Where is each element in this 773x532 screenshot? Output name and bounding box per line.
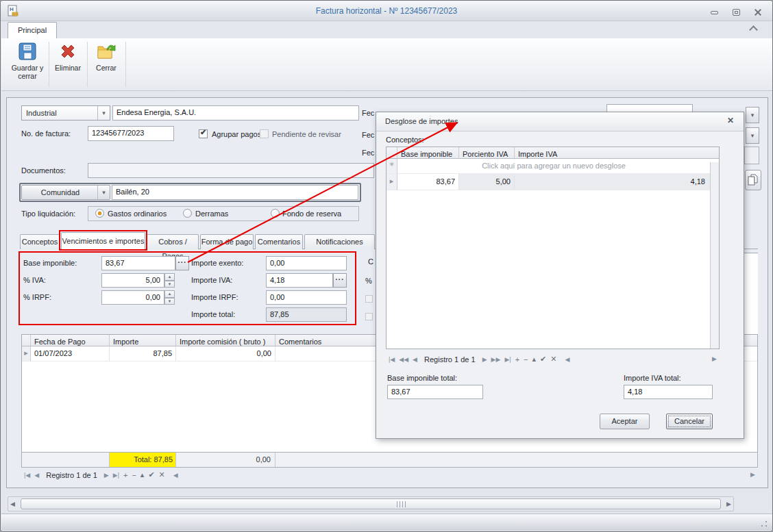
cell-importe-iva[interactable]: 4,18	[515, 174, 710, 190]
accept-button[interactable]: Aceptar	[600, 414, 650, 429]
nav-prev-icon[interactable]: ◀	[413, 356, 417, 363]
new-row-text[interactable]: Click aquí para agregar un nuevo desglos…	[397, 159, 710, 174]
iva-total-field[interactable]: 4,18	[624, 385, 713, 399]
cell-porciento[interactable]: 5,00	[459, 174, 515, 190]
cell-fecha[interactable]: 01/07/2023	[31, 346, 110, 362]
agrupar-pagos-checkbox[interactable]: ✔	[199, 129, 208, 138]
close-form-button[interactable]: Cerrar	[90, 40, 123, 88]
doc-type-combo[interactable]: Industrial ▾	[21, 105, 110, 121]
nav-remove-icon[interactable]: −	[524, 355, 528, 364]
copy-button[interactable]	[745, 170, 761, 190]
nav-cancel-icon[interactable]: ✕	[550, 355, 556, 364]
nav-scroll-right-icon[interactable]: ▶	[712, 355, 717, 362]
resize-grip-icon[interactable]	[761, 520, 768, 527]
invoice-no-field[interactable]: 12345677/2023	[88, 126, 174, 141]
tab-notificaciones[interactable]: Notificaciones	[304, 234, 375, 249]
entity-value-field[interactable]: Bailén, 20	[112, 185, 358, 200]
base-total-field[interactable]: 83,67	[387, 385, 483, 399]
iva-pct-field[interactable]: 5,00	[101, 273, 164, 288]
tab-conceptos[interactable]: Conceptos	[20, 234, 60, 249]
chevron-down-icon[interactable]: ▾	[97, 186, 110, 199]
nav-commit-icon[interactable]: ✔	[148, 470, 154, 479]
col-header-porciento[interactable]: Porciento IVA	[459, 147, 515, 159]
col-header-importe-iva[interactable]: Importe IVA	[515, 147, 719, 159]
nav-scroll-left-icon[interactable]: ◀	[565, 356, 570, 363]
cell-comision[interactable]: 0,00	[176, 346, 275, 362]
spin-up-icon[interactable]: ▴	[164, 273, 175, 281]
desglose-new-row[interactable]: ✳ Click aquí para agregar un nuevo desgl…	[386, 159, 710, 174]
radio-gastos-label[interactable]: Gastos ordinarios	[108, 210, 167, 218]
col-header-fecha[interactable]: Fecha de Pago	[31, 335, 110, 346]
nav-next-icon[interactable]: ▶	[482, 356, 487, 363]
radio-gastos-ordinarios[interactable]	[95, 209, 104, 218]
nav-commit-icon[interactable]: ✔	[540, 355, 546, 364]
nav-edit-icon[interactable]: ▴	[140, 470, 145, 479]
delete-button[interactable]: Eliminar	[51, 40, 84, 88]
tab-cobros-pagos[interactable]: Cobros / Pagos	[147, 234, 199, 249]
pendiente-revisar-checkbox[interactable]	[260, 129, 269, 138]
nav-prev-icon[interactable]: ◀	[34, 472, 39, 479]
irpf-pct-spinner[interactable]: ▴ ▾	[164, 290, 175, 305]
dialog-title-bar[interactable]: Desglose de importes ✕	[376, 112, 744, 131]
radio-derramas-label[interactable]: Derramas	[195, 210, 228, 218]
date-dropdown-button[interactable]: ▾	[746, 127, 759, 144]
importe-irpf-field[interactable]: 0,00	[266, 290, 347, 305]
spin-up-icon[interactable]: ▴	[164, 290, 175, 298]
tab-forma-pago[interactable]: Forma de pago	[200, 234, 254, 249]
entity-type-combo[interactable]: Comunidad ▾	[21, 185, 110, 200]
col-header-base[interactable]: Base imponible	[397, 147, 459, 159]
radio-fondo-label[interactable]: Fondo de reserva	[282, 210, 341, 218]
nav-last-icon[interactable]: ▶|	[113, 472, 119, 479]
scrollbar-left-arrow-icon[interactable]: ◀	[10, 501, 15, 507]
horizontal-scrollbar[interactable]: ◀ ▶	[8, 496, 734, 511]
pendiente-revisar-label[interactable]: Pendiente de revisar	[272, 130, 341, 138]
col-header-comision[interactable]: Importe comisión ( bruto )	[176, 335, 275, 346]
cancel-button[interactable]: Cancelar	[666, 414, 713, 429]
irpf-pct-field[interactable]: 0,00	[101, 290, 164, 305]
nav-prev-page-icon[interactable]: ◀◀	[399, 356, 408, 363]
agrupar-pagos-label[interactable]: Agrupar pagos	[212, 130, 261, 138]
scrollbar-right-arrow-icon[interactable]: ▶	[726, 501, 731, 507]
close-button[interactable]	[749, 7, 767, 18]
spin-down-icon[interactable]: ▾	[164, 281, 175, 288]
clipped-checkbox[interactable]	[365, 295, 373, 303]
nav-first-icon[interactable]: |◀	[24, 472, 30, 479]
importe-exento-field[interactable]: 0,00	[266, 256, 347, 270]
desglose-row[interactable]: ▸ 83,67 5,00 4,18	[386, 174, 710, 190]
nav-next-icon[interactable]: ▶	[104, 472, 109, 479]
nav-next-page-icon[interactable]: ▶▶	[491, 356, 501, 363]
grid-vertical-scrollbar[interactable]	[710, 162, 719, 349]
base-imponible-field[interactable]: 83,67	[101, 256, 175, 270]
supplier-field[interactable]: Endesa Energia, S.A.U.	[112, 105, 359, 121]
radio-fondo-reserva[interactable]	[271, 209, 280, 218]
ribbon-collapse-button[interactable]	[750, 27, 757, 33]
save-and-close-button[interactable]: Guardar y cerrar	[9, 40, 46, 88]
nav-add-icon[interactable]: +	[123, 471, 127, 479]
scrollbar-thumb[interactable]	[21, 498, 721, 509]
nav-first-icon[interactable]: |◀	[389, 356, 395, 363]
iva-pct-spinner[interactable]: ▴ ▾	[164, 273, 175, 288]
nav-cancel-icon[interactable]: ✕	[159, 470, 165, 479]
base-imponible-ellipsis-button[interactable]: ···	[175, 256, 189, 270]
spin-down-icon[interactable]: ▾	[164, 298, 175, 305]
date-dropdown-button[interactable]: ▾	[746, 107, 759, 123]
nav-add-icon[interactable]: +	[515, 355, 519, 364]
minimize-button[interactable]	[705, 7, 723, 18]
documentos-field[interactable]	[88, 163, 374, 178]
dialog-close-icon[interactable]: ✕	[723, 116, 738, 128]
importe-iva-ellipsis-button[interactable]: ···	[333, 273, 347, 288]
cell-importe[interactable]: 87,85	[110, 346, 176, 362]
nav-edit-icon[interactable]: ▴	[532, 355, 537, 364]
tab-comentarios[interactable]: Comentarios	[255, 234, 303, 249]
nav-scroll-right-icon[interactable]: ▶	[750, 471, 755, 478]
clipped-checkbox[interactable]	[365, 313, 373, 320]
chevron-down-icon[interactable]: ▾	[97, 106, 110, 120]
tab-vencimientos-importes[interactable]: Vencimientos e importes	[61, 232, 145, 250]
radio-derramas[interactable]	[183, 209, 192, 218]
nav-last-icon[interactable]: ▶|	[504, 356, 511, 363]
col-header-importe[interactable]: Importe	[110, 335, 176, 346]
cell-base[interactable]: 83,67	[397, 174, 459, 190]
importe-iva-field[interactable]: 4,18	[266, 273, 333, 288]
nav-scroll-left-icon[interactable]: ◀	[173, 472, 178, 479]
nav-remove-icon[interactable]: −	[132, 471, 136, 479]
